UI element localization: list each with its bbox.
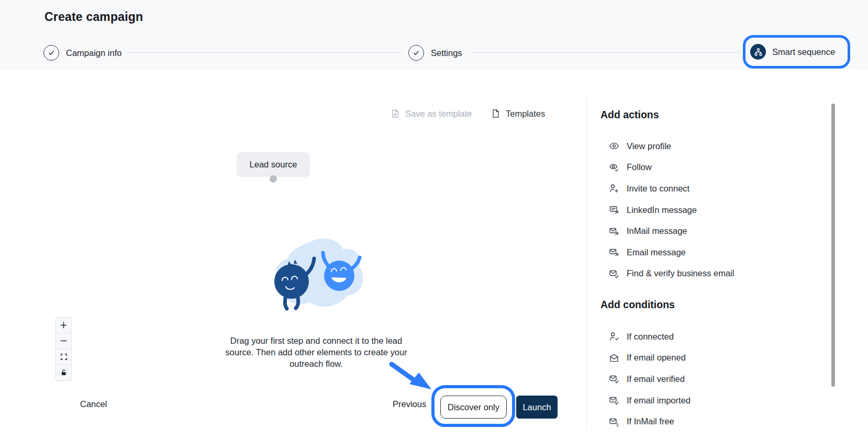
step-settings[interactable]: Settings — [408, 45, 462, 61]
launch-button[interactable]: Launch — [516, 396, 558, 419]
svg-text:$: $ — [616, 422, 619, 427]
fit-view-icon — [60, 353, 68, 361]
create-campaign-page: Create campaign Campaign info Settings — [0, 0, 868, 439]
envelope-check-icon — [609, 268, 619, 279]
sidebar-item-follow[interactable]: Follow — [609, 157, 734, 178]
check-circle-icon — [43, 45, 59, 61]
sidebar-item-view-profile[interactable]: View profile — [609, 136, 734, 157]
envelope-arrow-icon — [609, 226, 619, 237]
sequence-icon — [750, 44, 766, 60]
person-plus-icon — [609, 183, 619, 194]
canvas-hint-text: Drag your first step and connect it to t… — [222, 335, 410, 369]
page-title: Create campaign — [44, 10, 143, 24]
sidebar-item-if-email-imported[interactable]: If email imported — [609, 390, 691, 411]
add-conditions-heading: Add conditions — [600, 299, 675, 311]
zoom-in-icon — [60, 321, 68, 329]
envelope-check-icon — [609, 395, 619, 406]
person-check-icon — [609, 331, 619, 342]
envelope-arrow-icon — [609, 247, 619, 257]
header: Create campaign Campaign info Settings — [0, 0, 868, 70]
save-as-template-label: Save as template — [405, 109, 472, 119]
templates-button[interactable]: Templates — [491, 107, 545, 120]
file-icon — [491, 109, 500, 118]
conditions-list: If connected If email opened If email ve… — [609, 326, 691, 432]
previous-button[interactable]: Previous — [393, 399, 426, 409]
empty-state-illustration — [264, 234, 369, 318]
envelope-check-icon — [609, 374, 619, 384]
sidebar-item-if-connected[interactable]: If connected — [609, 326, 691, 347]
actions-list: View profile Follow Invite to connect Li… — [609, 136, 734, 284]
sidebar-item-find-verify-business-email[interactable]: Find & verify business email — [609, 263, 734, 285]
sidebar-item-if-email-opened[interactable]: If email opened — [609, 347, 691, 369]
envelope-dollar-icon: $ — [609, 417, 619, 427]
discover-only-button[interactable]: Discover only — [440, 396, 507, 419]
file-plus-icon — [391, 109, 400, 118]
chat-arrow-icon — [609, 205, 619, 215]
lock-open-icon — [60, 369, 68, 376]
zoom-button-fit-view[interactable] — [56, 349, 71, 365]
step-label: Smart sequence — [772, 47, 835, 57]
canvas-zoom-controls — [55, 317, 72, 381]
stepper-connector — [471, 52, 740, 53]
sidebar-item-if-email-verified[interactable]: If email verified — [609, 368, 691, 390]
lead-source-node[interactable]: Lead source — [237, 152, 310, 177]
step-label: Campaign info — [66, 48, 121, 58]
stepper-connector — [127, 52, 400, 53]
add-actions-heading: Add actions — [600, 109, 659, 121]
eye-icon — [609, 141, 619, 151]
scrollbar-thumb[interactable] — [831, 104, 835, 387]
sidebar-item-email-message[interactable]: Email message — [609, 242, 734, 263]
step-smart-sequence[interactable]: Smart sequence — [750, 44, 835, 60]
sidebar-item-invite-to-connect[interactable]: Invite to connect — [609, 178, 734, 199]
eye-check-icon — [609, 162, 619, 173]
save-as-template-button[interactable]: Save as template — [391, 107, 472, 120]
templates-label: Templates — [506, 109, 545, 119]
zoom-button-zoom-in[interactable] — [56, 318, 71, 333]
envelope-open-icon — [609, 353, 619, 363]
zoom-out-icon — [60, 337, 68, 345]
zoom-button-zoom-out[interactable] — [56, 333, 71, 349]
lead-source-connector-dot — [270, 175, 277, 183]
step-label: Settings — [431, 48, 462, 58]
step-campaign-info[interactable]: Campaign info — [43, 45, 121, 61]
sidebar-divider — [586, 99, 587, 428]
sidebar-item-if-inmail-free[interactable]: $ If InMail free — [609, 411, 691, 432]
cancel-button[interactable]: Cancel — [80, 399, 107, 409]
sidebar-item-inmail-message[interactable]: InMail message — [609, 220, 734, 242]
check-circle-icon — [408, 45, 424, 61]
zoom-button-lock-open[interactable] — [56, 365, 71, 380]
sidebar-item-linkedin-message[interactable]: LinkedIn message — [609, 199, 734, 221]
